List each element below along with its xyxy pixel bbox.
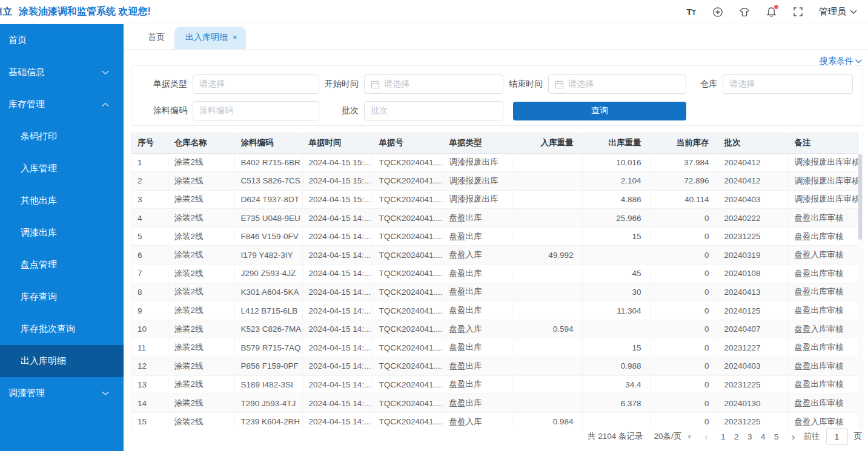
user-menu[interactable]: 管理员: [819, 6, 857, 18]
user-name: 管理员: [819, 6, 846, 18]
table-cell: 10: [131, 320, 168, 338]
table-cell: 2024-04-15 14:...: [302, 265, 373, 283]
sidebar-item-基础信息[interactable]: 基础信息: [0, 56, 124, 88]
table-cell: 盘盈入库: [443, 412, 512, 430]
page-number-2[interactable]: 2: [730, 431, 743, 443]
scrollbar-thumb[interactable]: [858, 154, 862, 240]
sidebar: 首页基础信息库存管理条码打印入库管理其他出库调漆出库盘点管理库存查询库存批次查询…: [0, 24, 124, 451]
table-cell: 涂装2线: [168, 394, 234, 413]
table-cell: 盘盈出库: [443, 265, 512, 283]
page-size-select[interactable]: 20条/页 ▼: [654, 431, 692, 442]
app-logo: 恒立: [0, 6, 13, 18]
sidebar-item-入库管理[interactable]: 入库管理: [0, 153, 124, 185]
sidebar-item-首页[interactable]: 首页: [0, 24, 124, 56]
table-cell: 20240319: [718, 246, 788, 265]
notification-badge: [774, 5, 778, 9]
table-cell: 20240222: [718, 209, 788, 228]
table-cell: TQCK2024041....: [373, 172, 443, 191]
table-body: 1涂装2线B402 R715-6BR2024-04-15 15:...TQCK2…: [131, 153, 859, 430]
tab-首页[interactable]: 首页: [138, 27, 174, 49]
table-row: 6涂装2线I179 Y482-3IY2024-04-15 14:...TQCK2…: [131, 246, 859, 265]
table-cell: 20240403: [718, 357, 788, 376]
field-placeholder: 请选择: [568, 79, 594, 90]
table-cell: 20240412: [718, 172, 788, 191]
table-cell: 34.4: [582, 375, 650, 394]
query-button[interactable]: 查询: [513, 102, 686, 120]
font-size-icon[interactable]: TT: [686, 7, 697, 18]
page-numbers: 12345: [717, 431, 783, 443]
table-cell: TQCK2024041....: [373, 227, 443, 246]
table-cell: 49.992: [512, 246, 582, 265]
table-cell: TQCK2024041....: [373, 246, 443, 265]
table-cell: 2024-04-15 14:...: [302, 357, 373, 376]
sidebar-item-条码打印[interactable]: 条码打印: [0, 120, 124, 153]
notification-bell-icon[interactable]: [766, 7, 777, 18]
chevron-down-icon: [855, 59, 862, 64]
table-cell: 涂装2线: [168, 283, 234, 301]
chevron-down-icon: [850, 10, 857, 15]
table-cell: [512, 357, 582, 376]
prev-page-button[interactable]: ‹: [702, 432, 711, 442]
table-cell: 盘盈入库审核: [788, 246, 859, 265]
table-cell: 2.104: [582, 172, 650, 191]
field-input[interactable]: 请选择: [548, 74, 686, 94]
table-row: 2涂装2线C513 S826-7CS2024-04-15 15:...TQCK2…: [131, 172, 859, 191]
sidebar-item-调漆出库[interactable]: 调漆出库: [0, 217, 124, 249]
table-cell: 盘盈出库: [443, 227, 512, 246]
field-input[interactable]: 请选择: [364, 74, 503, 94]
table-cell: 2024-04-15 14:...: [302, 394, 373, 413]
tab-出入库明细[interactable]: 出入库明细×: [174, 27, 246, 49]
sidebar-item-label: 库存管理: [8, 99, 45, 110]
calendar-icon: [371, 80, 380, 89]
page-number-5[interactable]: 5: [770, 431, 783, 443]
table-cell: 30: [582, 283, 650, 301]
table-cell: 盘盈出库审核: [788, 265, 859, 283]
table-cell: 0.594: [512, 320, 582, 338]
table-cell: 盘盈出库: [443, 209, 512, 228]
sidebar-item-调漆管理[interactable]: 调漆管理: [0, 377, 124, 409]
field-input[interactable]: 批次: [364, 101, 503, 120]
column-header-备注: 备注: [788, 133, 859, 153]
field-input[interactable]: 请选择: [193, 74, 319, 94]
close-icon[interactable]: ×: [233, 33, 237, 42]
fullscreen-icon[interactable]: [792, 7, 803, 18]
goto-page-input[interactable]: [826, 428, 848, 445]
table-cell: 0: [650, 246, 718, 265]
table-row: 7涂装2线J290 Z593-4JZ2024-04-15 14:...TQCK2…: [131, 265, 859, 283]
field-placeholder: 请选择: [199, 79, 225, 90]
table-cell: I179 Y482-3IY: [234, 246, 302, 265]
sidebar-item-其他出库[interactable]: 其他出库: [0, 185, 124, 217]
column-header-单据时间: 单据时间: [302, 133, 373, 153]
chevron-down-icon: ▼: [686, 433, 692, 440]
table-row: 10涂装2线K523 C826-7MA2024-04-15 14:...TQCK…: [131, 320, 859, 338]
table-row: 12涂装2线P856 F159-0PF2024-04-15 14:...TQCK…: [131, 357, 859, 376]
page-number-3[interactable]: 3: [743, 431, 757, 443]
sidebar-item-出入库明细[interactable]: 出入库明细: [0, 345, 124, 377]
sidebar-item-库存管理[interactable]: 库存管理: [0, 88, 124, 120]
next-page-button[interactable]: ›: [789, 432, 798, 442]
table-cell: 调漆报废出库审核: [788, 190, 859, 209]
table-cell: [512, 265, 582, 283]
table-cell: [512, 153, 582, 172]
table-cell: 12: [131, 357, 168, 376]
table-cell: S189 I482-3SI: [234, 375, 302, 394]
sidebar-item-库存批次查询[interactable]: 库存批次查询: [0, 313, 124, 345]
table-cell: TQCK2024041....: [373, 394, 443, 413]
circle-plus-icon[interactable]: [712, 7, 723, 18]
field-input[interactable]: 请选择: [723, 74, 853, 94]
table-cell: 涂装2线: [168, 209, 234, 228]
field-input[interactable]: 涂料编码: [193, 101, 319, 120]
table-cell: 0: [650, 394, 718, 413]
page-number-1[interactable]: 1: [717, 431, 730, 443]
table-scrollbar[interactable]: [858, 154, 863, 430]
table-cell: 4.886: [582, 190, 650, 209]
theme-shirt-icon[interactable]: [739, 7, 750, 18]
table-cell: [512, 227, 582, 246]
table-cell: 20240413: [718, 283, 788, 301]
sidebar-item-库存查询[interactable]: 库存查询: [0, 281, 124, 313]
table-cell: 20231225: [718, 227, 788, 246]
table-cell: 0: [650, 375, 718, 394]
page-number-4[interactable]: 4: [757, 431, 770, 443]
sidebar-item-盘点管理[interactable]: 盘点管理: [0, 249, 124, 281]
data-table: 序号仓库名称涂料编码单据时间单据号单据类型入库重量出库重量当前库存批次备注 1涂…: [131, 133, 859, 430]
